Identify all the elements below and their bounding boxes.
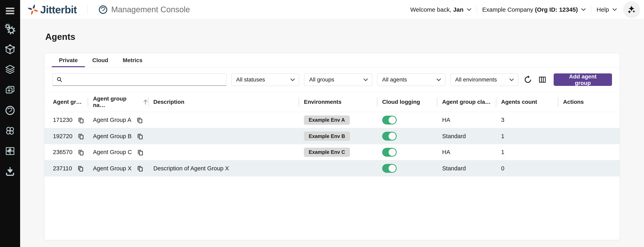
col-agent-group-class[interactable]: Agent group cla… [437, 92, 496, 112]
download-icon[interactable] [4, 166, 16, 177]
cube-icon[interactable] [4, 44, 16, 55]
gauge-icon[interactable] [4, 105, 16, 116]
org-menu[interactable]: Example Company (Org ID: 12345) [482, 6, 586, 13]
statuses-select[interactable]: All statuses [231, 73, 300, 86]
environments-value: All environments [455, 76, 497, 83]
cloud-logging-toggle[interactable] [382, 164, 397, 173]
agent-group-name: Agent Group B [93, 133, 132, 140]
brand-name: Jitterbit [40, 3, 77, 16]
agent-group-name: Agent Group X [93, 165, 132, 172]
welcome-text: Welcome back, [410, 6, 452, 13]
layers-icon[interactable] [4, 64, 16, 75]
filter-bar: All statuses All groups All agents All e… [44, 67, 620, 92]
gears-icon[interactable] [4, 23, 16, 35]
agents-card: Private Cloud Metrics All statuses All g… [44, 53, 620, 240]
refresh-icon [524, 75, 532, 84]
agent-group-class: HA [437, 149, 496, 156]
menu-icon[interactable] [6, 8, 14, 14]
table-row[interactable]: 171230 Agent Group A Example Env A HA 3 [44, 112, 620, 128]
agents-count: 3 [496, 117, 558, 123]
col-environments[interactable]: Environments [299, 92, 377, 112]
agent-groups-table: Agent gr… Agent group na… Description En… [44, 92, 620, 176]
environment-chip: Example Env C [304, 148, 350, 157]
agents-select[interactable]: All agents [377, 73, 445, 86]
groups-select[interactable]: All groups [304, 73, 372, 86]
environments-select[interactable]: All environments [450, 73, 518, 86]
jitterbit-logo-icon [27, 3, 39, 16]
console-gauge-icon [98, 5, 108, 15]
copy-icon[interactable] [77, 133, 84, 140]
refresh-button[interactable] [523, 75, 533, 84]
header-divider [477, 6, 477, 14]
chevron-down-icon [467, 8, 472, 11]
user-name: Jan [453, 6, 464, 13]
help-label: Help [596, 6, 609, 13]
page-title: Agents [45, 32, 620, 42]
cloud-logging-toggle[interactable] [382, 132, 397, 141]
tab-cloud[interactable]: Cloud [85, 53, 115, 67]
chevron-down-icon [363, 78, 368, 81]
chevron-down-icon [509, 78, 514, 81]
header-divider [87, 5, 88, 14]
puzzle-icon[interactable] [4, 145, 16, 157]
table-row[interactable]: 192720 Agent Group B Example Env B Stand… [44, 128, 620, 144]
col-actions: Actions [558, 92, 620, 112]
cloud-logging-toggle[interactable] [382, 116, 397, 125]
sidebar [0, 0, 20, 247]
copy-icon[interactable] [77, 165, 84, 172]
agent-group-class: Standard [437, 165, 496, 172]
col-description[interactable]: Description [148, 92, 299, 112]
columns-button[interactable] [538, 75, 547, 84]
agents-count: 1 [496, 133, 558, 140]
groups-value: All groups [309, 76, 334, 83]
statuses-value: All statuses [236, 76, 265, 83]
col-agent-group-name[interactable]: Agent group na… [88, 92, 148, 112]
search-box [52, 73, 226, 86]
agent-group-name: Agent Group C [93, 149, 132, 156]
loops-icon[interactable] [4, 125, 16, 136]
sidebar-nav [4, 23, 16, 177]
agents-count: 1 [496, 149, 558, 156]
main-content: Agents Private Cloud Metrics All statuse… [20, 19, 644, 247]
agent-group-id: 192720 [53, 133, 72, 140]
search-input[interactable] [65, 76, 222, 83]
org-name: Example Company [482, 6, 533, 13]
agent-group-id: 171230 [53, 117, 72, 123]
chevron-down-icon [581, 8, 586, 11]
header-divider [591, 6, 591, 14]
description-cell: Description of Agent Group X [148, 165, 299, 172]
tab-private[interactable]: Private [52, 53, 85, 67]
copy-icon[interactable] [137, 149, 144, 156]
col-agent-group-id[interactable]: Agent gr… [44, 92, 88, 112]
ai-assistant-button[interactable] [623, 1, 640, 18]
agent-group-name: Agent Group A [93, 117, 131, 123]
sparkles-icon [627, 5, 636, 14]
copy-icon[interactable] [136, 133, 144, 140]
add-agent-group-button[interactable]: Add agent group [554, 73, 612, 86]
columns-icon [538, 75, 547, 84]
chevron-down-icon [436, 78, 441, 81]
console-label: Management Console [111, 5, 190, 14]
chevron-down-icon [290, 78, 295, 81]
agents-count: 0 [496, 165, 558, 172]
cloud-logging-toggle[interactable] [382, 148, 397, 157]
app-header: Jitterbit Management Console Welcome bac… [20, 0, 644, 19]
user-menu[interactable]: Welcome back, Jan [410, 6, 472, 13]
copy-icon[interactable] [136, 165, 144, 172]
agent-group-id: 237110 [53, 165, 72, 172]
col-agents-count[interactable]: Agents count [496, 92, 558, 112]
search-icon [56, 76, 62, 82]
tab-metrics[interactable]: Metrics [116, 53, 150, 67]
table-header: Agent gr… Agent group na… Description En… [44, 92, 620, 112]
console-title: Management Console [98, 5, 190, 15]
table-row[interactable]: 236570 Agent Group C Example Env C HA 1 [44, 144, 620, 160]
copy-icon[interactable] [77, 149, 84, 156]
col-cloud-logging[interactable]: Cloud logging [377, 92, 437, 112]
agent-group-class: Standard [437, 133, 496, 140]
help-menu[interactable]: Help [596, 6, 617, 13]
copy-icon[interactable] [136, 116, 143, 124]
table-row[interactable]: 237110 Agent Group X Description of Agen… [44, 160, 620, 176]
copy-icon[interactable] [77, 116, 84, 124]
sort-ascending-icon [143, 99, 148, 105]
duplicate-plus-icon[interactable] [4, 84, 16, 96]
